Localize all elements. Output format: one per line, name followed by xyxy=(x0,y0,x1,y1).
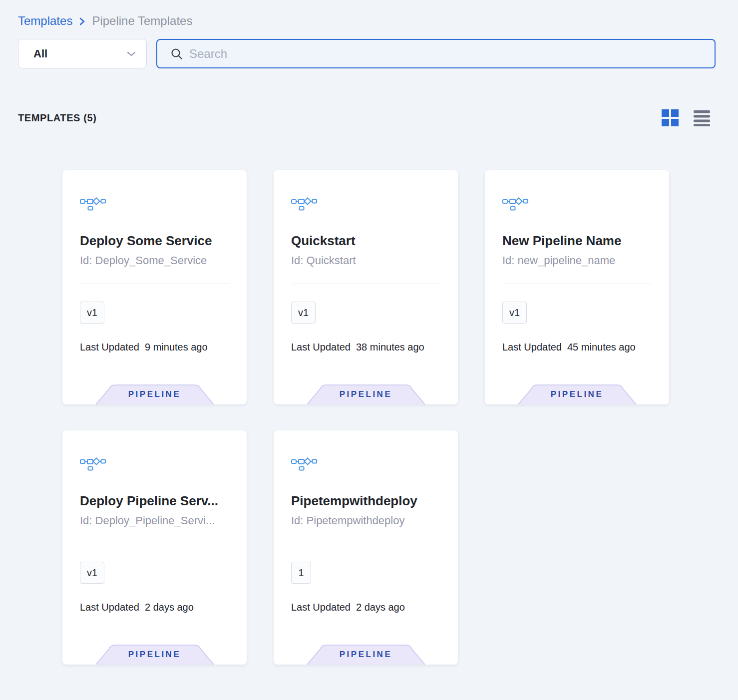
version-badge: v1 xyxy=(502,302,527,324)
search-icon xyxy=(170,47,183,60)
breadcrumb-current: Pipeline Templates xyxy=(92,14,192,28)
last-updated-value: 9 minutes ago xyxy=(145,342,208,353)
type-badge-label: PIPELINE xyxy=(307,389,425,399)
type-badge-label: PIPELINE xyxy=(96,650,214,660)
template-title: Quickstart xyxy=(291,233,441,248)
search-box xyxy=(156,39,716,68)
version-badge: v1 xyxy=(80,562,104,584)
divider xyxy=(80,544,230,544)
scope-dropdown[interactable]: All xyxy=(18,39,147,68)
template-title: New Pipeline Name xyxy=(502,233,652,248)
last-updated-value: 38 minutes ago xyxy=(356,342,424,353)
template-id: Id: Quickstart xyxy=(291,254,441,267)
pipeline-diagram-icon xyxy=(80,196,230,211)
version-badge: v1 xyxy=(291,302,316,324)
template-card[interactable]: Deploy Some Service Id: Deploy_Some_Serv… xyxy=(62,170,247,404)
divider xyxy=(80,284,230,284)
version-badge: 1 xyxy=(291,562,311,584)
template-card[interactable]: New Pipeline Name Id: new_pipeline_name … xyxy=(485,170,669,404)
scope-dropdown-value: All xyxy=(33,47,47,60)
template-id: Id: Deploy_Some_Service xyxy=(80,254,230,267)
pipeline-diagram-icon xyxy=(291,196,441,211)
last-updated: Last Updated 38 minutes ago xyxy=(291,342,441,353)
pipeline-type-badge: PIPELINE xyxy=(96,645,214,665)
divider xyxy=(291,544,441,544)
last-updated-value: 2 days ago xyxy=(356,602,405,613)
last-updated-value: 2 days ago xyxy=(145,602,194,613)
list-view-icon[interactable] xyxy=(694,109,710,126)
template-title: Pipetempwithdeploy xyxy=(291,493,441,508)
search-input[interactable] xyxy=(189,47,706,61)
last-updated: Last Updated 9 minutes ago xyxy=(80,342,230,353)
pipeline-type-badge: PIPELINE xyxy=(96,384,214,404)
pipeline-diagram-icon xyxy=(502,196,652,211)
template-id: Id: new_pipeline_name xyxy=(502,254,652,267)
divider xyxy=(291,284,441,284)
template-title: Deploy Some Service xyxy=(80,233,230,248)
template-id: Id: Pipetempwithdeploy xyxy=(291,514,441,527)
type-badge-label: PIPELINE xyxy=(518,389,636,399)
last-updated-label: Last Updated xyxy=(502,342,562,353)
templates-count-heading: TEMPLATES (5) xyxy=(18,112,96,124)
grid-view-icon[interactable] xyxy=(662,109,679,126)
pipeline-templates-page: Templates Pipeline Templates All TEMPLAT… xyxy=(0,0,738,700)
breadcrumb: Templates Pipeline Templates xyxy=(0,0,738,28)
templates-grid: Deploy Some Service Id: Deploy_Some_Serv… xyxy=(0,170,738,665)
template-title: Deploy Pipeline Serv... xyxy=(80,493,230,508)
pipeline-type-badge: PIPELINE xyxy=(307,645,425,665)
last-updated-label: Last Updated xyxy=(80,602,139,613)
version-badge: v1 xyxy=(80,302,104,324)
breadcrumb-templates-link[interactable]: Templates xyxy=(18,14,72,28)
last-updated-label: Last Updated xyxy=(291,602,351,613)
type-badge-label: PIPELINE xyxy=(96,389,214,399)
template-card[interactable]: Pipetempwithdeploy Id: Pipetempwithdeplo… xyxy=(274,430,458,665)
template-card[interactable]: Deploy Pipeline Serv... Id: Deploy_Pipel… xyxy=(62,430,247,665)
controls-row: All xyxy=(18,39,720,68)
pipeline-diagram-icon xyxy=(291,456,441,471)
last-updated: Last Updated 2 days ago xyxy=(80,602,230,613)
pipeline-type-badge: PIPELINE xyxy=(307,384,425,404)
view-toggles xyxy=(662,109,710,126)
section-row: TEMPLATES (5) xyxy=(18,109,710,126)
last-updated: Last Updated 45 minutes ago xyxy=(502,342,652,353)
last-updated-label: Last Updated xyxy=(80,342,139,353)
type-badge-label: PIPELINE xyxy=(307,650,425,660)
divider xyxy=(502,284,652,284)
chevron-down-icon xyxy=(126,51,136,57)
last-updated-value: 45 minutes ago xyxy=(567,342,636,353)
chevron-right-icon xyxy=(78,16,86,26)
pipeline-type-badge: PIPELINE xyxy=(518,384,636,404)
template-id: Id: Deploy_Pipeline_Servi... xyxy=(80,514,230,527)
pipeline-diagram-icon xyxy=(80,456,230,471)
last-updated: Last Updated 2 days ago xyxy=(291,602,441,613)
template-card[interactable]: Quickstart Id: Quickstart v1 Last Update… xyxy=(274,170,458,404)
last-updated-label: Last Updated xyxy=(291,342,351,353)
